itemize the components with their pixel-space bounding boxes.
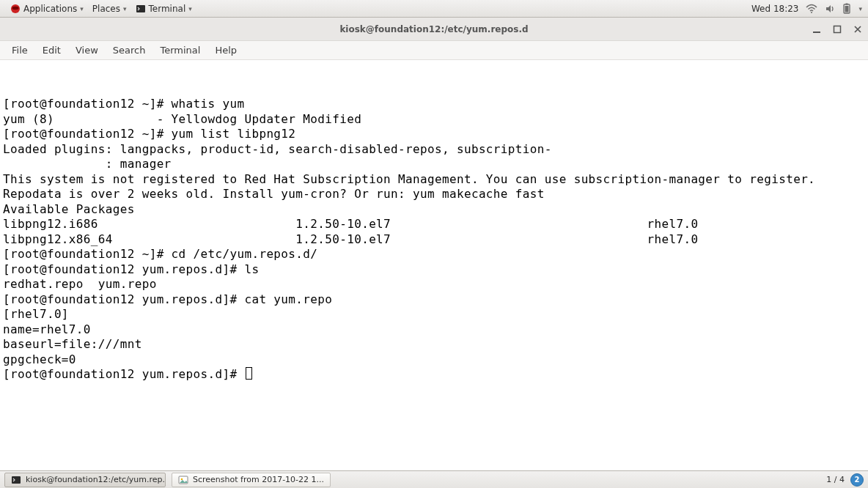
menu-terminal[interactable]: Terminal bbox=[152, 42, 207, 58]
terminal-output[interactable]: [root@foundation12 ~]# whatis yum yum (8… bbox=[0, 60, 868, 470]
menu-help[interactable]: Help bbox=[207, 42, 244, 58]
taskbar-item-label: Screenshot from 2017-10-22 1... bbox=[193, 475, 324, 484]
volume-icon[interactable] bbox=[825, 4, 835, 14]
clock[interactable]: Wed 18:23 bbox=[751, 4, 799, 14]
svg-rect-5 bbox=[846, 3, 848, 4]
window-title: kiosk@foundation12:/etc/yum.repos.d bbox=[339, 24, 528, 34]
system-tray: Wed 18:23 ▾ bbox=[751, 3, 862, 15]
svg-rect-7 bbox=[813, 32, 820, 33]
taskbar-item-label: kiosk@foundation12:/etc/yum.rep... bbox=[26, 475, 166, 484]
svg-rect-8 bbox=[834, 26, 841, 32]
menu-edit[interactable]: Edit bbox=[35, 42, 68, 58]
top-panel: Applications ▾ Places ▾ Terminal ▾ Wed 1… bbox=[0, 0, 868, 18]
workspace-text[interactable]: 1 / 4 bbox=[826, 475, 845, 484]
terminal-prompt: [root@foundation12 yum.repos.d]# bbox=[3, 367, 244, 381]
image-icon bbox=[178, 475, 188, 485]
window-titlebar[interactable]: kiosk@foundation12:/etc/yum.repos.d bbox=[0, 18, 868, 41]
terminal-icon bbox=[11, 475, 21, 485]
svg-point-11 bbox=[181, 478, 183, 480]
places-label: Places bbox=[92, 4, 120, 14]
close-button[interactable] bbox=[852, 23, 864, 35]
svg-rect-6 bbox=[845, 6, 849, 12]
applications-menu[interactable]: Applications ▾ bbox=[6, 0, 88, 17]
places-menu[interactable]: Places ▾ bbox=[88, 0, 131, 17]
maximize-button[interactable] bbox=[831, 23, 843, 35]
svg-rect-2 bbox=[136, 5, 145, 12]
svg-point-1 bbox=[12, 6, 19, 9]
terminal-icon bbox=[136, 4, 146, 14]
svg-rect-9 bbox=[12, 476, 21, 484]
menu-view[interactable]: View bbox=[68, 42, 106, 58]
svg-point-3 bbox=[811, 12, 812, 13]
menu-search[interactable]: Search bbox=[106, 42, 153, 58]
wifi-icon[interactable] bbox=[806, 4, 817, 14]
battery-icon[interactable] bbox=[842, 3, 851, 15]
minimize-button[interactable] bbox=[811, 23, 823, 35]
running-app-indicator[interactable]: Terminal ▾ bbox=[131, 0, 196, 17]
terminal-window: kiosk@foundation12:/etc/yum.repos.d File… bbox=[0, 18, 868, 470]
taskbar-item-terminal[interactable]: kiosk@foundation12:/etc/yum.rep... bbox=[4, 473, 166, 487]
chevron-down-icon: ▾ bbox=[188, 5, 192, 12]
chevron-down-icon: ▾ bbox=[80, 5, 84, 12]
window-controls bbox=[811, 18, 864, 40]
workspace-badge[interactable]: 2 bbox=[850, 473, 864, 487]
taskbar-item-screenshot[interactable]: Screenshot from 2017-10-22 1... bbox=[172, 473, 331, 487]
running-app-label: Terminal bbox=[149, 4, 186, 14]
applications-label: Applications bbox=[23, 4, 77, 14]
menu-file[interactable]: File bbox=[4, 42, 35, 58]
chevron-down-icon: ▾ bbox=[123, 5, 127, 12]
chevron-down-icon[interactable]: ▾ bbox=[858, 5, 862, 12]
terminal-cursor bbox=[246, 367, 252, 380]
bottom-panel: kiosk@foundation12:/etc/yum.rep... Scree… bbox=[0, 470, 868, 488]
redhat-icon bbox=[10, 4, 21, 14]
menubar: File Edit View Search Terminal Help bbox=[0, 41, 868, 60]
workspace-indicator: 1 / 4 2 bbox=[826, 473, 864, 487]
